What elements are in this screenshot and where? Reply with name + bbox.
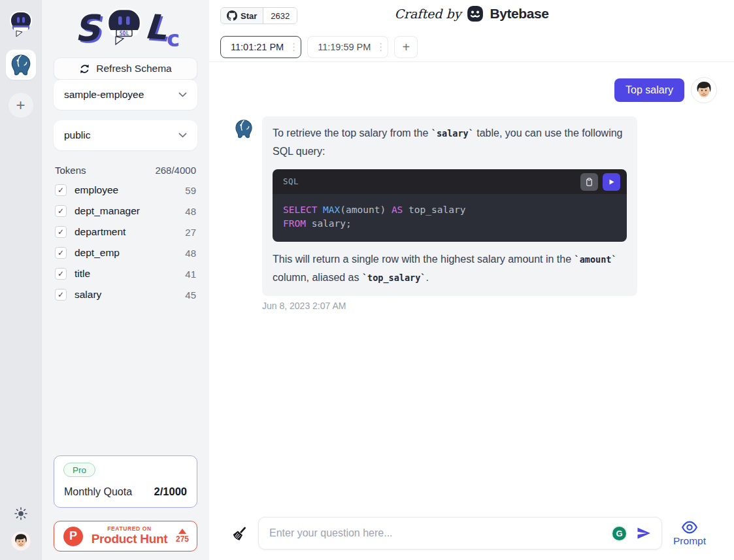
table-list: ✓ employee 59 ✓ dept_manager 48 ✓ depart… [54, 180, 197, 305]
sql-chat-app: + [0, 0, 734, 560]
bytebase-logo-icon [467, 5, 484, 22]
tab-menu-icon[interactable]: ⋮ [376, 41, 382, 53]
quota-value: 2/1000 [154, 486, 187, 498]
table-checkbox[interactable]: ✓ [55, 289, 67, 301]
bytebase-brand-name: Bytebase [490, 6, 548, 22]
connection-select[interactable]: sample-employee [54, 80, 197, 110]
quota-label: Monthly Quota [64, 486, 132, 498]
product-hunt-logo-icon: P [63, 527, 83, 546]
table-checkbox[interactable]: ✓ [55, 184, 67, 196]
robot-icon [8, 10, 34, 39]
copy-code-button[interactable] [580, 173, 598, 191]
clear-conversation-button[interactable] [231, 523, 249, 543]
sql-code-block: SQL [273, 169, 627, 242]
product-hunt-name: Product Hunt [92, 533, 168, 546]
send-button[interactable] [634, 523, 654, 543]
table-checkbox[interactable]: ✓ [55, 205, 67, 217]
table-row-dept-manager: ✓ dept_manager 48 [54, 201, 197, 222]
send-icon [636, 525, 652, 541]
quota-row: Monthly Quota 2/1000 [63, 486, 188, 498]
refresh-schema-label: Refresh Schema [96, 63, 171, 74]
refresh-schema-button[interactable]: Refresh Schema [54, 58, 197, 80]
tab-menu-icon[interactable]: ⋮ [289, 41, 295, 53]
sqlchat-logo: S S SQL L L c [54, 0, 197, 58]
table-row-department: ✓ department 27 [54, 222, 197, 242]
inline-code-top-salary: `top_salary` [362, 272, 426, 283]
upvote-triangle-icon [178, 529, 186, 534]
postgresql-icon [10, 54, 32, 76]
code-block-header: SQL [273, 169, 627, 194]
main-header: Star 2632 Crafted by Bytebase [209, 0, 734, 62]
table-token-count: 48 [185, 206, 196, 217]
tokens-value: 268/4000 [155, 165, 196, 176]
tab-conversation-2[interactable]: 11:19:59 PM ⋮ [307, 36, 388, 58]
inline-code-amount: `amount` [575, 254, 617, 265]
new-conversation-button[interactable]: + [8, 93, 33, 118]
table-token-count: 27 [185, 227, 196, 238]
table-name: employee [75, 184, 118, 196]
logo-band-text: SQL [120, 31, 129, 37]
assistant-message-row: To retrieve the top salary from the `sal… [234, 116, 717, 296]
clipboard-icon [584, 177, 594, 187]
run-query-button[interactable] [603, 173, 620, 191]
product-hunt-badge[interactable]: P FEATURED ON Product Hunt 275 [54, 521, 197, 552]
logo-letter-s: S [73, 7, 103, 50]
message-list: Top salary [209, 62, 734, 512]
github-star-left: Star [221, 8, 263, 24]
github-star-button[interactable]: Star 2632 [220, 7, 297, 24]
postgresql-icon [234, 119, 254, 139]
tokens-label: Tokens [55, 165, 86, 176]
table-token-count: 41 [185, 269, 196, 280]
table-checkbox[interactable]: ✓ [55, 268, 67, 280]
logo-letter-c: c [167, 25, 180, 52]
star-count: 2632 [263, 8, 297, 24]
broom-icon [231, 524, 248, 542]
tab-label: 11:01:21 PM [231, 42, 284, 52]
code-block-body: SELECT MAX(amount) AS top_salary FROM sa… [273, 194, 627, 242]
table-token-count: 59 [185, 185, 196, 196]
github-icon [227, 10, 237, 21]
sun-icon [14, 506, 28, 521]
question-input[interactable] [269, 527, 605, 539]
sqlchat-bot-avatar[interactable] [8, 10, 34, 39]
table-row-salary: ✓ salary 45 [54, 284, 197, 305]
tab-conversation-1[interactable]: 11:01:21 PM ⋮ [220, 36, 301, 58]
logo-letter-l: L [143, 7, 168, 47]
new-tab-button[interactable]: + [394, 36, 418, 58]
chevron-down-icon [178, 92, 187, 97]
upvote-count: 275 [176, 535, 189, 544]
chevron-down-icon [178, 133, 187, 138]
postgres-connection-tab[interactable] [6, 50, 36, 80]
sqlchat-logo-illustration: S S SQL L L c [63, 5, 188, 52]
star-label: Star [241, 11, 257, 21]
inline-code-salary: `salary` [431, 128, 474, 139]
tokens-summary: Tokens 268/4000 [54, 165, 197, 176]
theme-toggle[interactable] [14, 506, 28, 521]
table-row-dept-emp: ✓ dept_emp 48 [54, 242, 197, 263]
table-checkbox[interactable]: ✓ [55, 226, 67, 238]
prompt-button[interactable]: Prompt [671, 520, 708, 547]
user-account-avatar[interactable] [11, 531, 31, 551]
schema-select[interactable]: public [54, 120, 197, 150]
user-message-bubble: Top salary [614, 78, 684, 102]
pro-badge: Pro [63, 463, 95, 477]
user-message-row: Top salary [234, 77, 717, 103]
question-input-container: G [258, 517, 662, 550]
user-face-icon [692, 78, 716, 102]
code-actions [580, 173, 620, 191]
header-top-row: Star 2632 Crafted by Bytebase [220, 7, 724, 25]
table-token-count: 45 [185, 289, 196, 301]
conversation-rail: + [0, 0, 42, 560]
assistant-outro-text: This will return a single row with the h… [273, 250, 627, 287]
chat-main: Star 2632 Crafted by Bytebase [209, 0, 734, 560]
code-language-label: SQL [283, 173, 299, 191]
composer: G Prompt [209, 512, 734, 560]
user-face-icon [11, 531, 31, 551]
product-hunt-text: FEATURED ON Product Hunt [90, 526, 169, 546]
message-timestamp: Jun 8, 2023 2:07 AM [262, 301, 717, 311]
table-name: dept_emp [75, 247, 120, 259]
crafted-by-text: Crafted by [394, 7, 461, 21]
grammarly-icon[interactable]: G [611, 525, 627, 542]
table-checkbox[interactable]: ✓ [55, 247, 67, 259]
tab-label: 11:19:59 PM [318, 42, 371, 52]
